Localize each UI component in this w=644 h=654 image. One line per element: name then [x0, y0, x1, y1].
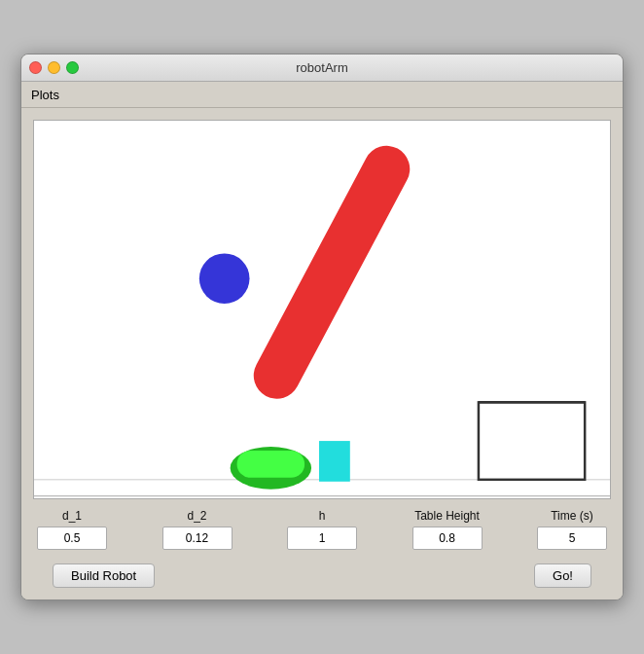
controls-row: d_1 d_2 h Table Height Time (s)	[33, 509, 611, 550]
robot-visualization	[34, 121, 610, 498]
h-group: h	[287, 509, 357, 550]
time-label: Time (s)	[551, 509, 593, 523]
table-height-group: Table Height	[412, 509, 483, 550]
plots-menu[interactable]: Plots	[31, 88, 59, 102]
svg-rect-5	[237, 451, 305, 478]
app-window: robotArm Plots	[20, 54, 624, 600]
plot-area	[33, 120, 611, 499]
time-group: Time (s)	[537, 509, 607, 550]
go-button[interactable]: Go!	[534, 563, 591, 588]
minimize-button[interactable]	[48, 61, 60, 74]
titlebar: robotArm	[21, 54, 623, 82]
d2-label: d_2	[187, 509, 206, 523]
table-height-input[interactable]	[412, 527, 483, 550]
d1-group: d_1	[37, 509, 107, 550]
maximize-button[interactable]	[66, 61, 79, 74]
window-title: robotArm	[296, 60, 347, 75]
h-label: h	[319, 509, 326, 523]
svg-point-3	[199, 253, 250, 304]
svg-rect-7	[479, 402, 585, 479]
close-button[interactable]	[29, 61, 42, 74]
menubar: Plots	[21, 82, 623, 108]
button-row: Build Robot Go!	[33, 563, 611, 588]
d1-label: d_1	[62, 509, 82, 523]
svg-rect-1	[245, 137, 417, 407]
table-height-label: Table Height	[414, 509, 480, 523]
d2-input[interactable]	[162, 527, 233, 550]
time-input[interactable]	[537, 527, 607, 550]
svg-rect-6	[319, 441, 350, 482]
d1-input[interactable]	[37, 527, 107, 550]
h-input[interactable]	[287, 527, 357, 550]
build-robot-button[interactable]: Build Robot	[53, 563, 155, 588]
d2-group: d_2	[162, 509, 233, 550]
traffic-lights	[29, 61, 79, 74]
main-content: d_1 d_2 h Table Height Time (s) Build	[21, 108, 623, 600]
